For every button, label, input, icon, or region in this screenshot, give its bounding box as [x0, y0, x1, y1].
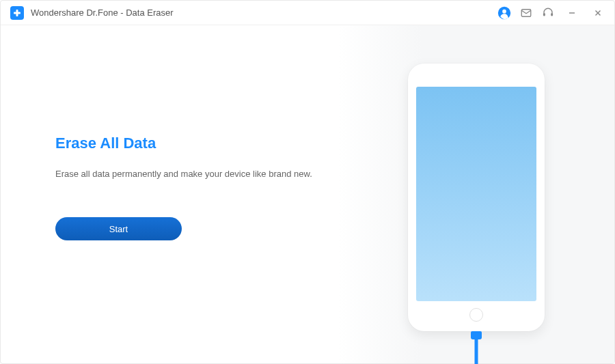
- window-title: Wondershare Dr.Fone - Data Eraser: [31, 8, 174, 18]
- minimize-button[interactable]: [562, 3, 582, 23]
- phone-home-button-icon: [469, 308, 483, 322]
- titlebar: Wondershare Dr.Fone - Data Eraser: [1, 1, 614, 25]
- usb-cable-icon: [474, 338, 478, 364]
- phone-illustration: [408, 64, 545, 331]
- app-logo-icon: [10, 6, 24, 20]
- page-subtext: Erase all data permanently and make your…: [55, 169, 338, 179]
- svg-rect-1: [14, 12, 20, 14]
- support-icon[interactable]: [541, 5, 556, 20]
- mail-icon[interactable]: [519, 5, 534, 20]
- page-heading: Erase All Data: [55, 135, 338, 152]
- start-button[interactable]: Start: [55, 217, 182, 240]
- close-button[interactable]: [588, 3, 607, 23]
- svg-point-3: [502, 9, 506, 13]
- right-panel: [338, 25, 614, 363]
- account-icon[interactable]: [497, 5, 512, 20]
- content-area: Erase All Data Erase all data permanentl…: [1, 25, 614, 363]
- svg-rect-5: [543, 13, 545, 16]
- svg-rect-6: [551, 13, 553, 16]
- left-panel: Erase All Data Erase all data permanentl…: [1, 25, 338, 363]
- phone-screen: [416, 87, 536, 301]
- titlebar-actions: [497, 3, 607, 23]
- app-window: Wondershare Dr.Fone - Data Eraser Erase …: [0, 0, 615, 364]
